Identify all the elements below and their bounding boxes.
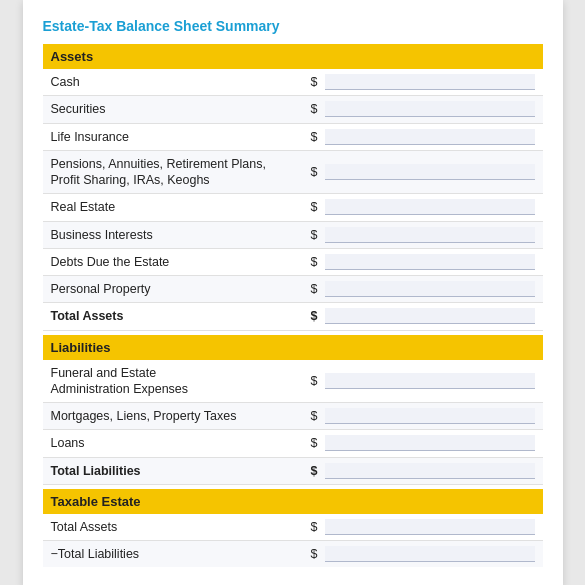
input-assets-5[interactable] <box>325 227 535 243</box>
dollar-sign-liabilities-3: $ <box>311 464 325 478</box>
dollar-sign-assets-1: $ <box>311 102 325 116</box>
input-assets-2[interactable] <box>325 129 535 145</box>
row-assets-3: Pensions, Annuities, Retirement Plans,Pr… <box>43 151 543 195</box>
row-assets-8: Total Assets$ <box>43 303 543 330</box>
input-taxable-estate-0[interactable] <box>325 519 535 535</box>
row-label-liabilities-3: Total Liabilities <box>51 463 311 479</box>
dollar-sign-assets-7: $ <box>311 282 325 296</box>
input-liabilities-2[interactable] <box>325 435 535 451</box>
section-header-taxable-estate: Taxable Estate <box>43 489 543 514</box>
row-liabilities-3: Total Liabilities$ <box>43 458 543 485</box>
row-label-assets-1: Securities <box>51 101 311 117</box>
row-label-assets-6: Debts Due the Estate <box>51 254 311 270</box>
row-assets-4: Real Estate$ <box>43 194 543 221</box>
dollar-sign-assets-4: $ <box>311 200 325 214</box>
row-assets-0: Cash$ <box>43 69 543 96</box>
row-taxable-estate-1: −Total Liabilities$ <box>43 541 543 567</box>
section-header-liabilities: Liabilities <box>43 335 543 360</box>
input-assets-3[interactable] <box>325 164 535 180</box>
page-title: Estate-Tax Balance Sheet Summary <box>43 18 543 34</box>
row-assets-6: Debts Due the Estate$ <box>43 249 543 276</box>
input-assets-7[interactable] <box>325 281 535 297</box>
input-assets-1[interactable] <box>325 101 535 117</box>
row-taxable-estate-0: Total Assets$ <box>43 514 543 541</box>
dollar-sign-assets-3: $ <box>311 165 325 179</box>
row-label-assets-3: Pensions, Annuities, Retirement Plans,Pr… <box>51 156 311 189</box>
row-liabilities-1: Mortgages, Liens, Property Taxes$ <box>43 403 543 430</box>
row-assets-1: Securities$ <box>43 96 543 123</box>
row-assets-2: Life Insurance$ <box>43 124 543 151</box>
row-label-liabilities-2: Loans <box>51 435 311 451</box>
dollar-sign-liabilities-1: $ <box>311 409 325 423</box>
dollar-sign-taxable-estate-1: $ <box>311 547 325 561</box>
dollar-sign-assets-5: $ <box>311 228 325 242</box>
row-label-assets-7: Personal Property <box>51 281 311 297</box>
row-label-assets-8: Total Assets <box>51 308 311 324</box>
input-assets-6[interactable] <box>325 254 535 270</box>
row-assets-7: Personal Property$ <box>43 276 543 303</box>
input-liabilities-3[interactable] <box>325 463 535 479</box>
input-assets-8[interactable] <box>325 308 535 324</box>
input-assets-4[interactable] <box>325 199 535 215</box>
input-assets-0[interactable] <box>325 74 535 90</box>
row-assets-5: Business Interests$ <box>43 222 543 249</box>
input-taxable-estate-1[interactable] <box>325 546 535 562</box>
card: Estate-Tax Balance Sheet Summary AssetsC… <box>23 0 563 585</box>
row-label-assets-0: Cash <box>51 74 311 90</box>
row-label-taxable-estate-0: Total Assets <box>51 519 311 535</box>
dollar-sign-taxable-estate-0: $ <box>311 520 325 534</box>
dollar-sign-assets-2: $ <box>311 130 325 144</box>
dollar-sign-liabilities-2: $ <box>311 436 325 450</box>
row-liabilities-0: Funeral and EstateAdministration Expense… <box>43 360 543 404</box>
row-liabilities-2: Loans$ <box>43 430 543 457</box>
dollar-sign-assets-8: $ <box>311 309 325 323</box>
row-label-liabilities-1: Mortgages, Liens, Property Taxes <box>51 408 311 424</box>
dollar-sign-assets-6: $ <box>311 255 325 269</box>
dollar-sign-assets-0: $ <box>311 75 325 89</box>
row-label-taxable-estate-1: −Total Liabilities <box>51 546 311 562</box>
input-liabilities-0[interactable] <box>325 373 535 389</box>
dollar-sign-liabilities-0: $ <box>311 374 325 388</box>
row-label-liabilities-0: Funeral and EstateAdministration Expense… <box>51 365 311 398</box>
section-header-assets: Assets <box>43 44 543 69</box>
row-label-assets-2: Life Insurance <box>51 129 311 145</box>
row-label-assets-5: Business Interests <box>51 227 311 243</box>
row-label-assets-4: Real Estate <box>51 199 311 215</box>
input-liabilities-1[interactable] <box>325 408 535 424</box>
